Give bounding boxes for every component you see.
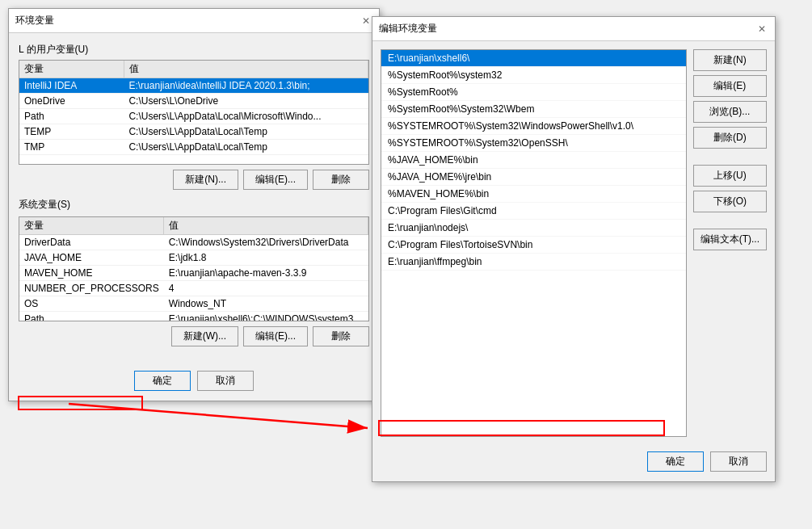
user-col-val: 值 xyxy=(124,61,368,78)
main-cancel-btn[interactable]: 取消 xyxy=(197,371,254,391)
sys-val-cell: E:\ruanjian\xshell6\;C:\WINDOWS\system32… xyxy=(164,312,368,322)
edit-ok-btn[interactable]: 确定 xyxy=(647,451,704,472)
edit-edit-btn[interactable]: 编辑(E) xyxy=(693,75,767,97)
user-val-cell: C:\Users\L\AppData\Local\Temp xyxy=(124,140,368,155)
sys-delete-btn[interactable]: 删除 xyxy=(313,326,369,346)
user-new-btn[interactable]: 新建(N)... xyxy=(173,170,238,190)
sys-new-btn[interactable]: 新建(W)... xyxy=(171,326,238,346)
sys-val-cell: E:\ruanjian\apache-maven-3.3.9 xyxy=(164,266,368,281)
user-var-cell: TMP xyxy=(19,140,124,155)
main-ok-btn[interactable]: 确定 xyxy=(134,371,191,391)
sys-var-cell: DriverData xyxy=(19,235,164,250)
sys-var-cell: NUMBER_OF_PROCESSORS xyxy=(19,281,164,296)
sys-col-var: 变量 xyxy=(19,217,164,235)
sys-var-cell: OS xyxy=(19,296,164,312)
path-list-item[interactable]: %SYSTEMROOT%\System32\OpenSSH\ xyxy=(381,135,686,152)
path-list-item[interactable]: C:\Program Files\Git\cmd xyxy=(381,203,686,220)
sys-table-row[interactable]: MAVEN_HOMEE:\ruanjian\apache-maven-3.3.9 xyxy=(19,266,368,281)
edit-dialog-footer: 确定 取消 xyxy=(372,445,775,481)
user-delete-btn[interactable]: 删除 xyxy=(313,170,369,190)
sys-col-val: 值 xyxy=(164,217,368,235)
path-list-item[interactable]: %SystemRoot%\system32 xyxy=(381,67,686,84)
user-val-cell: C:\Users\L\AppData\Local\Microsoft\Windo… xyxy=(124,109,368,124)
edit-delete-btn[interactable]: 删除(D) xyxy=(693,127,767,149)
edit-dialog-titlebar: 编辑环境变量 ✕ xyxy=(372,17,775,41)
sys-edit-btn[interactable]: 编辑(E)... xyxy=(243,326,308,346)
user-table-container: 变量 值 IntelliJ IDEAE:\ruanjian\idea\Intel… xyxy=(19,60,369,165)
path-list-item[interactable]: %JAVA_HOME%\jre\bin xyxy=(381,169,686,186)
main-dialog-title: 环境变量 xyxy=(15,14,54,27)
path-list-item[interactable]: E:\ruanjian\nodejs\ xyxy=(381,220,686,237)
sys-table-row[interactable]: DriverDataC:\Windows\System32\Drivers\Dr… xyxy=(19,235,368,250)
sys-section-label: 系统变量(S) xyxy=(19,198,369,212)
path-list-item[interactable]: %SystemRoot%\System32\Wbem xyxy=(381,101,686,118)
sys-table-row[interactable]: PathE:\ruanjian\xshell6\;C:\WINDOWS\syst… xyxy=(19,312,368,322)
user-val-cell: C:\Users\L\AppData\Local\Temp xyxy=(124,124,368,140)
sys-val-cell: Windows_NT xyxy=(164,296,368,312)
user-edit-btn[interactable]: 编辑(E)... xyxy=(243,170,308,190)
user-val-cell: E:\ruanjian\idea\IntelliJ IDEA 2020.1.3\… xyxy=(124,78,368,94)
edit-new-btn[interactable]: 新建(N) xyxy=(693,49,767,71)
path-list-item[interactable]: %JAVA_HOME%\bin xyxy=(381,152,686,169)
path-list-item[interactable]: E:\ruanjian\ffmpeg\bin xyxy=(381,254,686,271)
svg-line-1 xyxy=(69,404,368,428)
edit-dialog: 编辑环境变量 ✕ E:\ruanjian\xshell6\%SystemRoot… xyxy=(372,16,776,482)
user-var-cell: OneDrive xyxy=(19,94,124,109)
main-dialog-footer: 确定 取消 xyxy=(9,364,379,401)
user-table-row[interactable]: PathC:\Users\L\AppData\Local\Microsoft\W… xyxy=(19,109,368,124)
edit-dialog-close-btn[interactable]: ✕ xyxy=(755,23,768,36)
sys-env-table: 变量 值 DriverDataC:\Windows\System32\Drive… xyxy=(19,217,368,321)
user-var-cell: TEMP xyxy=(19,124,124,140)
sys-val-cell: E:\jdk1.8 xyxy=(164,250,368,266)
sys-var-cell: Path xyxy=(19,312,164,322)
edit-cancel-btn[interactable]: 取消 xyxy=(710,451,767,472)
user-col-var: 变量 xyxy=(19,61,124,78)
user-table-row[interactable]: IntelliJ IDEAE:\ruanjian\idea\IntelliJ I… xyxy=(19,78,368,94)
main-dialog-titlebar: 环境变量 ✕ xyxy=(9,9,379,33)
user-env-table: 变量 值 IntelliJ IDEAE:\ruanjian\idea\Intel… xyxy=(19,61,368,155)
edit-moveup-btn[interactable]: 上移(U) xyxy=(693,165,767,187)
edit-movedown-btn[interactable]: 下移(O) xyxy=(693,191,767,212)
sys-val-cell: C:\Windows\System32\Drivers\DriverData xyxy=(164,235,368,250)
main-dialog-close-btn[interactable]: ✕ xyxy=(360,15,372,27)
sys-table-container: 变量 值 DriverDataC:\Windows\System32\Drive… xyxy=(19,216,369,321)
user-var-cell: Path xyxy=(19,109,124,124)
sys-table-row[interactable]: NUMBER_OF_PROCESSORS4 xyxy=(19,281,368,296)
path-list-item[interactable]: %MAVEN_HOME%\bin xyxy=(381,186,686,203)
path-list-container[interactable]: E:\ruanjian\xshell6\%SystemRoot%\system3… xyxy=(381,49,687,437)
edit-dialog-title: 编辑环境变量 xyxy=(379,22,437,36)
path-list-item[interactable]: C:\Program Files\TortoiseSVN\bin xyxy=(381,237,686,254)
user-val-cell: C:\Users\L\OneDrive xyxy=(124,94,368,109)
user-var-cell: IntelliJ IDEA xyxy=(19,78,124,94)
user-table-row[interactable]: OneDriveC:\Users\L\OneDrive xyxy=(19,94,368,109)
user-table-row[interactable]: TEMPC:\Users\L\AppData\Local\Temp xyxy=(19,124,368,140)
sys-var-cell: JAVA_HOME xyxy=(19,250,164,266)
edit-btn-col: 新建(N) 编辑(E) 浏览(B)... 删除(D) 上移(U) 下移(O) 编… xyxy=(693,49,767,437)
sys-btn-row: 新建(W)... 编辑(E)... 删除 xyxy=(19,326,369,346)
sys-val-cell: 4 xyxy=(164,281,368,296)
sys-table-row[interactable]: OSWindows_NT xyxy=(19,296,368,312)
main-dialog: 环境变量 ✕ L 的用户变量(U) 变量 值 IntelliJ IDEAE:\r… xyxy=(8,8,380,401)
sys-var-cell: MAVEN_HOME xyxy=(19,266,164,281)
path-list-item[interactable]: E:\ruanjian\xshell6\ xyxy=(381,50,686,67)
user-table-row[interactable]: TMPC:\Users\L\AppData\Local\Temp xyxy=(19,140,368,155)
edit-dialog-body: E:\ruanjian\xshell6\%SystemRoot%\system3… xyxy=(372,41,775,445)
edit-edittext-btn[interactable]: 编辑文本(T)... xyxy=(693,229,767,250)
edit-browse-btn[interactable]: 浏览(B)... xyxy=(693,101,767,123)
user-btn-row: 新建(N)... 编辑(E)... 删除 xyxy=(19,170,369,190)
main-dialog-body: L 的用户变量(U) 变量 值 IntelliJ IDEAE:\ruanjian… xyxy=(9,33,379,364)
sys-table-row[interactable]: JAVA_HOMEE:\jdk1.8 xyxy=(19,250,368,266)
path-list-item[interactable]: %SYSTEMROOT%\System32\WindowsPowerShell\… xyxy=(381,118,686,135)
path-list-item[interactable]: %SystemRoot% xyxy=(381,84,686,101)
user-section-label: L 的用户变量(U) xyxy=(19,43,369,57)
